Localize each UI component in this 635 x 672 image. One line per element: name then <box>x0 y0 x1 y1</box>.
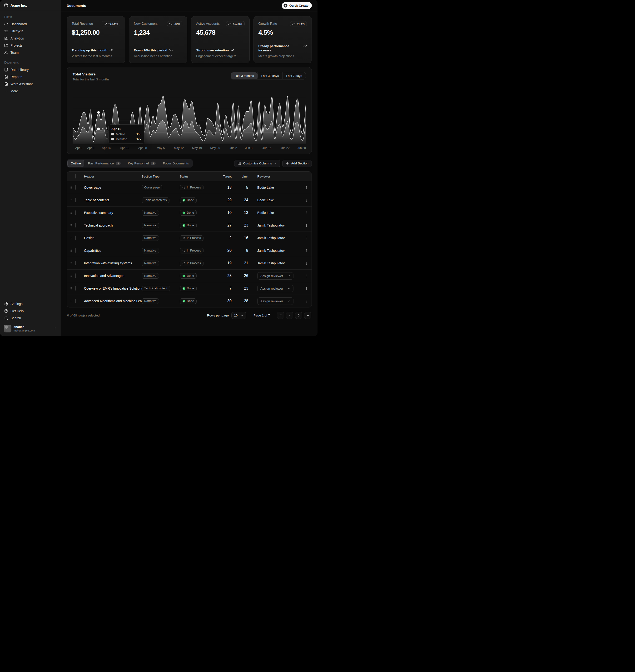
range-last-7-days[interactable]: Last 7 days <box>283 72 306 79</box>
sidebar-item-settings[interactable]: Settings <box>2 300 59 308</box>
prev-page-button[interactable] <box>286 312 293 319</box>
target-value[interactable]: 18 <box>215 185 235 189</box>
sidebar-item-word-assistant[interactable]: Word Assistant <box>2 81 59 88</box>
row-menu-button[interactable] <box>301 236 311 240</box>
checkbox-cell <box>75 274 84 278</box>
tab-past-performance[interactable]: Past Performance3 <box>85 160 124 167</box>
sidebar-item-projects[interactable]: Projects <box>2 42 59 49</box>
row-menu-button[interactable] <box>301 287 311 290</box>
target-value[interactable]: 29 <box>215 198 235 202</box>
drag-handle-icon[interactable] <box>67 211 75 215</box>
drag-handle-icon[interactable] <box>67 287 75 290</box>
last-page-button[interactable] <box>304 312 311 319</box>
row-menu-button[interactable] <box>301 274 311 278</box>
drag-handle-icon[interactable] <box>67 224 75 227</box>
drag-handle-icon[interactable] <box>67 199 75 202</box>
row-menu-button[interactable] <box>301 262 311 265</box>
row-checkbox[interactable] <box>75 299 76 303</box>
first-page-button[interactable] <box>277 312 284 319</box>
assign-reviewer-select[interactable]: Assign reviewer <box>257 297 293 305</box>
target-value[interactable]: 7 <box>215 286 235 291</box>
limit-value[interactable]: 23 <box>235 223 252 227</box>
row-header-text[interactable]: Cover page <box>84 186 141 189</box>
limit-value[interactable]: 5 <box>235 185 252 189</box>
row-checkbox[interactable] <box>75 273 76 278</box>
select-all-checkbox[interactable] <box>75 174 76 178</box>
sidebar-item-data-library[interactable]: Data Library <box>2 66 59 73</box>
sidebar-item-analytics[interactable]: Analytics <box>2 35 59 42</box>
sidebar-item-more[interactable]: More <box>2 88 59 95</box>
drag-handle-icon[interactable] <box>67 249 75 252</box>
target-value[interactable]: 2 <box>215 236 235 240</box>
row-header-text[interactable]: Technical approach <box>84 223 141 227</box>
drag-handle-icon[interactable] <box>67 299 75 303</box>
quick-create-button[interactable]: Quick Create <box>282 2 312 9</box>
row-menu-button[interactable] <box>301 249 311 252</box>
limit-value[interactable]: 26 <box>235 274 252 278</box>
rows-per-page-select[interactable]: 10 <box>231 312 246 319</box>
range-last-3-months[interactable]: Last 3 months <box>231 72 258 79</box>
row-checkbox[interactable] <box>75 236 76 240</box>
area-chart[interactable]: Apr 11 Mobile350Desktop327 <box>72 85 306 144</box>
row-menu-button[interactable] <box>301 211 311 215</box>
target-value[interactable]: 10 <box>215 210 235 215</box>
row-menu-button[interactable] <box>301 186 311 189</box>
row-checkbox[interactable] <box>75 248 76 253</box>
row-menu-button[interactable] <box>301 299 311 303</box>
target-value[interactable]: 30 <box>215 299 235 303</box>
sidebar-item-team[interactable]: Team <box>2 49 59 56</box>
target-value[interactable]: 25 <box>215 274 235 278</box>
row-checkbox[interactable] <box>75 210 76 215</box>
row-checkbox[interactable] <box>75 261 76 265</box>
row-checkbox[interactable] <box>75 223 76 227</box>
drag-handle-icon[interactable] <box>67 186 75 189</box>
row-header-text[interactable]: Overview of EMR's Innovative Solutions <box>84 287 141 290</box>
assign-reviewer-select[interactable]: Assign reviewer <box>257 285 293 292</box>
sidebar-item-search[interactable]: Search <box>2 315 59 322</box>
target-value[interactable]: 27 <box>215 223 235 227</box>
target-value[interactable]: 19 <box>215 261 235 265</box>
limit-value[interactable]: 28 <box>235 299 252 303</box>
limit-value[interactable]: 23 <box>235 286 252 291</box>
row-checkbox[interactable] <box>75 286 76 291</box>
sidebar-item-dashboard[interactable]: Dashboard <box>2 20 59 28</box>
limit-value[interactable]: 8 <box>235 248 252 253</box>
limit-value[interactable]: 21 <box>235 261 252 265</box>
stat-subline: Acquisition needs attention <box>134 54 182 58</box>
row-header-text[interactable]: Capabilities <box>84 249 141 252</box>
row-header-text[interactable]: Innovation and Advantages <box>84 274 141 278</box>
limit-value[interactable]: 13 <box>235 210 252 215</box>
next-page-button[interactable] <box>295 312 302 319</box>
drag-handle-icon[interactable] <box>67 262 75 265</box>
row-checkbox[interactable] <box>75 185 76 189</box>
customize-columns-button[interactable]: Customize Columns <box>234 160 280 167</box>
target-value[interactable]: 20 <box>215 248 235 253</box>
row-header-text[interactable]: Executive summary <box>84 211 141 215</box>
drag-handle-icon[interactable] <box>67 274 75 277</box>
reviewer-cell: Assign reviewer <box>252 272 301 279</box>
tab-outline[interactable]: Outline <box>67 160 84 167</box>
row-menu-button[interactable] <box>301 199 311 202</box>
sidebar-item-get-help[interactable]: Get Help <box>2 308 59 315</box>
drag-handle-icon[interactable] <box>67 236 75 240</box>
user-menu[interactable]: shadcn m@example.com <box>2 323 59 334</box>
add-section-button[interactable]: Add Section <box>282 160 312 167</box>
row-header-text[interactable]: Integration with existing systems <box>84 261 141 265</box>
tab-key-personnel[interactable]: Key Personnel2 <box>125 160 159 167</box>
check-circle-icon <box>182 299 185 303</box>
row-menu-button[interactable] <box>301 224 311 227</box>
limit-value[interactable]: 24 <box>235 198 252 202</box>
sidebar-item-reports[interactable]: Reports <box>2 73 59 81</box>
status-label: Done <box>187 224 194 227</box>
row-header-text[interactable]: Advanced Algorithms and Machine Learning <box>84 299 141 303</box>
sidebar-item-lifecycle[interactable]: Lifecycle <box>2 28 59 35</box>
range-last-30-days[interactable]: Last 30 days <box>258 72 283 79</box>
tab-focus-documents[interactable]: Focus Documents <box>159 160 192 167</box>
brand[interactable]: Acme Inc. <box>0 0 61 11</box>
assign-reviewer-select[interactable]: Assign reviewer <box>257 272 293 279</box>
stat-value: 4.5% <box>259 29 307 37</box>
row-header-text[interactable]: Design <box>84 236 141 240</box>
row-header-text[interactable]: Table of contents <box>84 198 141 202</box>
row-checkbox[interactable] <box>75 198 76 202</box>
limit-value[interactable]: 16 <box>235 236 252 240</box>
